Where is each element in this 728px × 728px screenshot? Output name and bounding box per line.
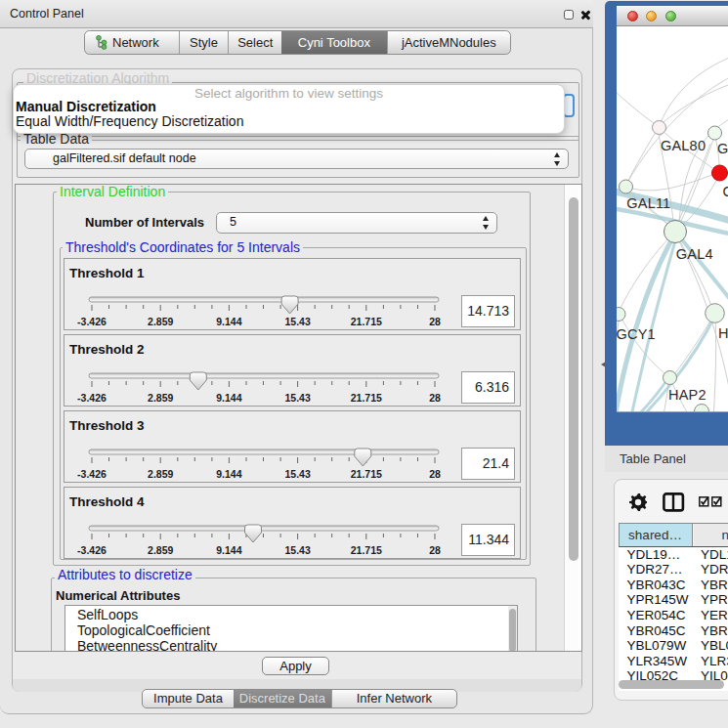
svg-text:GCY1: GCY1 [617,326,656,342]
svg-text:28: 28 [429,544,441,556]
svg-text:9.144: 9.144 [216,468,241,480]
svg-text:28: 28 [429,392,441,404]
svg-text:2.859: 2.859 [148,544,173,556]
svg-text:9.144: 9.144 [216,392,241,404]
svg-text:15.43: 15.43 [284,544,310,556]
svg-text:-3.426: -3.426 [77,544,107,556]
svg-text:GAL4: GAL4 [676,246,713,262]
svg-text:2.859: 2.859 [148,316,173,327]
svg-text:HI: HI [718,325,728,341]
svg-text:28: 28 [429,468,441,480]
svg-text:HAP2: HAP2 [668,387,707,403]
svg-text:28: 28 [429,316,441,327]
svg-text:9.144: 9.144 [216,544,241,556]
svg-text:9.144: 9.144 [216,316,241,327]
svg-text:C: C [723,184,728,199]
svg-text:21.715: 21.715 [351,468,382,480]
svg-text:GAL11: GAL11 [626,195,670,211]
svg-text:21.715: 21.715 [351,544,382,556]
svg-text:-3.426: -3.426 [77,392,107,404]
svg-text:15.43: 15.43 [284,392,310,404]
svg-text:15.43: 15.43 [284,316,310,327]
svg-text:-3.426: -3.426 [77,316,107,327]
svg-text:2.859: 2.859 [148,392,173,404]
svg-text:15.43: 15.43 [284,468,310,480]
svg-text:21.715: 21.715 [351,316,382,327]
svg-text:GA: GA [717,141,728,156]
svg-text:21.715: 21.715 [351,392,382,404]
svg-text:-3.426: -3.426 [77,468,107,480]
svg-text:2.859: 2.859 [148,468,173,480]
svg-text:GAL80: GAL80 [661,138,706,153]
